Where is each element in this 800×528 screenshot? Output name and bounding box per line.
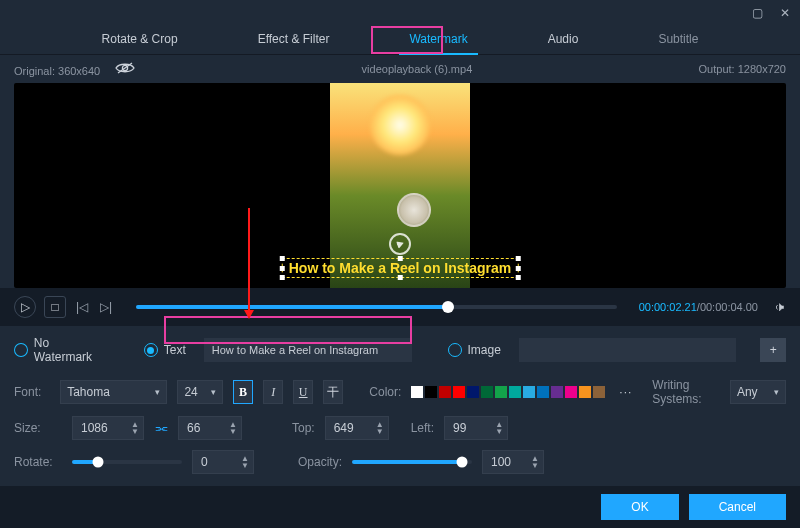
volume-icon[interactable]: 🕩 <box>766 300 786 314</box>
caret-down-icon: ▾ <box>155 387 160 397</box>
tab-rotate-crop[interactable]: Rotate & Crop <box>92 26 188 54</box>
color-swatch[interactable] <box>579 386 591 398</box>
spinner-arrows-icon[interactable]: ▲▼ <box>241 455 249 469</box>
writing-systems-value: Any <box>737 385 758 399</box>
watermark-text-overlay[interactable]: How to Make a Reel on Instagram <box>282 258 519 278</box>
window-maximize-icon[interactable]: ▢ <box>748 4 766 22</box>
top-label: Top: <box>292 421 315 435</box>
spinner-arrows-icon[interactable]: ▲▼ <box>531 455 539 469</box>
watermark-image-path-input[interactable] <box>519 338 736 362</box>
original-size-label: Original: 360x640 <box>14 65 100 77</box>
tab-audio[interactable]: Audio <box>538 26 589 54</box>
left-value: 99 <box>453 421 491 435</box>
add-image-button[interactable]: + <box>760 338 786 362</box>
height-value: 66 <box>187 421 225 435</box>
font-family-select[interactable]: Tahoma ▾ <box>60 380 167 404</box>
seek-slider[interactable] <box>136 305 617 309</box>
rotate-spinner[interactable]: 0▲▼ <box>192 450 254 474</box>
transport-bar: ▷ □ |◁ ▷| 00:00:02.21/00:00:04.00 🕩 <box>0 288 800 326</box>
opacity-slider[interactable] <box>352 460 472 464</box>
video-sun-image <box>370 95 430 155</box>
top-value: 649 <box>334 421 372 435</box>
font-size-select[interactable]: 24 ▾ <box>177 380 223 404</box>
color-swatch[interactable] <box>439 386 451 398</box>
spinner-arrows-icon[interactable]: ▲▼ <box>229 421 237 435</box>
spinner-arrows-icon[interactable]: ▲▼ <box>495 421 503 435</box>
resize-handle-bl[interactable] <box>280 275 285 280</box>
radio-image-label: Image <box>468 343 501 357</box>
font-label: Font: <box>14 385 50 399</box>
radio-text[interactable]: Text <box>144 343 186 357</box>
color-swatch[interactable] <box>537 386 549 398</box>
opacity-spinner[interactable]: 100▲▼ <box>482 450 544 474</box>
caret-down-icon: ▾ <box>211 387 216 397</box>
bold-button[interactable]: B <box>233 380 253 404</box>
opacity-value: 100 <box>491 455 527 469</box>
writing-systems-select[interactable]: Any ▾ <box>730 380 786 404</box>
color-swatch[interactable] <box>593 386 605 398</box>
resize-handle-tr[interactable] <box>515 256 520 261</box>
play-button[interactable]: ▷ <box>14 296 36 318</box>
prev-frame-button[interactable]: |◁ <box>74 300 90 314</box>
resize-handle-tl[interactable] <box>280 256 285 261</box>
underline-button[interactable]: U <box>293 380 313 404</box>
rotate-opacity-row: Rotate: 0▲▼ Opacity: 100▲▼ <box>14 450 786 474</box>
left-spinner[interactable]: 99▲▼ <box>444 416 508 440</box>
rotate-value: 0 <box>201 455 237 469</box>
width-spinner[interactable]: 1086▲▼ <box>72 416 144 440</box>
filename-label: videoplayback (6).mp4 <box>362 63 473 75</box>
color-swatch[interactable] <box>495 386 507 398</box>
radio-image[interactable]: Image <box>448 343 501 357</box>
window-close-icon[interactable]: ✕ <box>776 4 794 22</box>
color-swatch[interactable] <box>467 386 479 398</box>
spinner-arrows-icon[interactable]: ▲▼ <box>376 421 384 435</box>
rotate-label: Rotate: <box>14 455 62 469</box>
resize-handle-ml[interactable] <box>280 266 285 271</box>
height-spinner[interactable]: 66▲▼ <box>178 416 242 440</box>
time-total: 00:00:04.00 <box>700 301 758 313</box>
resize-handle-bc[interactable] <box>398 275 403 280</box>
color-swatch[interactable] <box>411 386 423 398</box>
writing-systems-label: Writing Systems: <box>652 378 720 406</box>
ok-button[interactable]: OK <box>601 494 678 520</box>
preview-toggle-icon[interactable] <box>115 61 135 75</box>
rotate-slider[interactable] <box>72 460 182 464</box>
italic-button[interactable]: I <box>263 380 283 404</box>
color-swatch[interactable] <box>523 386 535 398</box>
resize-handle-br[interactable] <box>515 275 520 280</box>
color-swatch[interactable] <box>481 386 493 398</box>
top-spinner[interactable]: 649▲▼ <box>325 416 389 440</box>
stop-button[interactable]: □ <box>44 296 66 318</box>
caret-down-icon: ▾ <box>774 387 779 397</box>
tab-subtitle[interactable]: Subtitle <box>648 26 708 54</box>
color-swatch[interactable] <box>509 386 521 398</box>
video-preview: How to Make a Reel on Instagram <box>14 83 786 288</box>
opacity-thumb[interactable] <box>457 457 468 468</box>
time-display: 00:00:02.21/00:00:04.00 <box>639 301 758 313</box>
watermark-text-input[interactable] <box>204 338 412 362</box>
opacity-label: Opacity: <box>298 455 342 469</box>
color-swatch[interactable] <box>565 386 577 398</box>
strikethrough-button[interactable]: 干 <box>323 380 343 404</box>
more-colors-button[interactable]: ··· <box>619 385 632 399</box>
spinner-arrows-icon[interactable]: ▲▼ <box>131 421 139 435</box>
resize-handle-mr[interactable] <box>515 266 520 271</box>
preview-info-row: Original: 360x640 videoplayback (6).mp4 … <box>0 55 800 83</box>
radio-icon <box>14 343 28 357</box>
resize-handle-tc[interactable] <box>398 256 403 261</box>
preview-play-overlay-icon[interactable] <box>389 233 411 255</box>
link-dimensions-icon[interactable]: ⫘ <box>154 420 168 436</box>
color-swatch[interactable] <box>425 386 437 398</box>
next-frame-button[interactable]: ▷| <box>98 300 114 314</box>
radio-no-watermark-label: No Watermark <box>34 336 110 364</box>
cancel-button[interactable]: Cancel <box>689 494 786 520</box>
rotate-thumb[interactable] <box>93 457 104 468</box>
tab-effect-filter[interactable]: Effect & Filter <box>248 26 340 54</box>
tab-watermark[interactable]: Watermark <box>399 26 477 54</box>
video-frame: How to Make a Reel on Instagram <box>130 83 670 288</box>
opacity-fill <box>352 460 462 464</box>
color-swatch[interactable] <box>453 386 465 398</box>
radio-no-watermark[interactable]: No Watermark <box>14 336 110 364</box>
seek-thumb[interactable] <box>442 301 454 313</box>
color-swatch[interactable] <box>551 386 563 398</box>
